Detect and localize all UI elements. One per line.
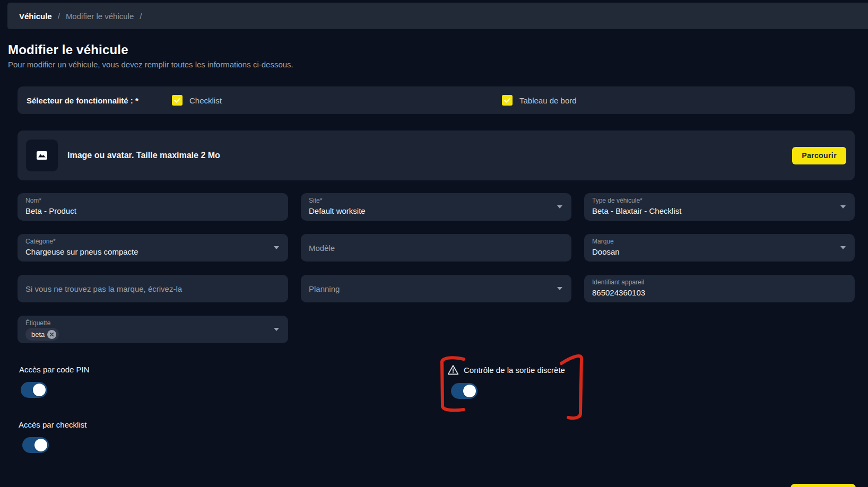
- breadcrumb: Véhicule / Modifier le véhicule /: [7, 3, 868, 29]
- checkbox-option-tableau-de-bord: Tableau de bord: [502, 95, 577, 106]
- checklist-access-label: Accès par checklist: [19, 420, 86, 429]
- etiquette-select[interactable]: Étiquette beta: [18, 316, 288, 343]
- nom-value: Beta - Product: [25, 206, 267, 215]
- breadcrumb-separator: /: [58, 12, 60, 21]
- page-title: Modifier le véhicule: [8, 42, 293, 57]
- planning-placeholder: Planning: [309, 284, 340, 293]
- categorie-label: Catégorie*: [25, 238, 267, 245]
- tableau-de-bord-checkbox[interactable]: [502, 95, 513, 106]
- planning-select[interactable]: Planning: [301, 275, 571, 302]
- modele-input[interactable]: Modèle: [301, 234, 571, 262]
- identifiant-appareil-value: 865024360103: [592, 288, 834, 297]
- chip-label: beta: [31, 331, 45, 338]
- marque-value: Doosan: [592, 247, 834, 256]
- marque-label: Marque: [592, 238, 834, 245]
- discrete-output-label: Contrôle de la sortie discrète: [464, 366, 565, 375]
- chevron-down-icon: [557, 205, 562, 208]
- site-value: Default worksite: [309, 206, 550, 215]
- page-subtitle: Pour modifier un véhicule, vous devez re…: [8, 60, 293, 69]
- chevron-down-icon: [557, 287, 562, 290]
- pin-access-label: Accès par code PIN: [19, 365, 90, 374]
- type-vehicule-select[interactable]: Type de véhicule* Beta - Blaxtair - Chec…: [584, 193, 855, 221]
- discrete-output-switch[interactable]: [451, 383, 478, 399]
- etiquette-label: Étiquette: [25, 320, 267, 327]
- chevron-down-icon: [274, 328, 279, 331]
- image-placeholder-thumb: [26, 140, 58, 171]
- etiquette-chip-beta: beta: [25, 328, 59, 341]
- modele-placeholder: Modèle: [309, 243, 335, 253]
- checkbox-option-checklist: Checklist: [172, 95, 222, 106]
- nom-label: Nom*: [25, 197, 267, 204]
- tableau-de-bord-checkbox-label: Tableau de bord: [519, 96, 577, 105]
- breadcrumb-item-vehicule[interactable]: Véhicule: [19, 12, 52, 21]
- page-header: Modifier le véhicule Pour modifier un vé…: [8, 42, 293, 69]
- marque-libre-placeholder: Si vous ne trouvez pas la marque, écrive…: [25, 284, 182, 293]
- identifiant-appareil-field[interactable]: Identifiant appareil 865024360103: [584, 275, 855, 302]
- site-label: Site*: [309, 197, 550, 204]
- chevron-down-icon: [840, 246, 846, 249]
- categorie-select[interactable]: Catégorie* Chargeuse sur pneus compacte: [18, 234, 288, 262]
- type-vehicule-value: Beta - Blaxtair - Checklist: [592, 206, 834, 215]
- nom-field[interactable]: Nom* Beta - Product: [18, 193, 288, 221]
- chevron-down-icon: [840, 205, 846, 208]
- pin-access-switch[interactable]: [21, 382, 47, 398]
- checklist-checkbox-label: Checklist: [189, 96, 222, 105]
- feature-selector-label: Sélecteur de fonctionnalité : *: [27, 96, 138, 105]
- image-upload-description: Image ou avatar. Taille maximale 2 Mo: [67, 151, 220, 160]
- checklist-access-toggle-group: Accès par checklist: [19, 420, 86, 453]
- checklist-access-switch[interactable]: [22, 437, 49, 453]
- browse-button[interactable]: Parcourir: [792, 147, 846, 164]
- chevron-down-icon: [274, 246, 279, 249]
- type-vehicule-label: Type de véhicule*: [592, 197, 834, 204]
- image-upload-card: Image ou avatar. Taille maximale 2 Mo Pa…: [18, 131, 855, 180]
- checkbox-check-icon: [504, 97, 511, 104]
- marque-select[interactable]: Marque Doosan: [584, 234, 855, 262]
- image-icon: [35, 149, 49, 162]
- identifiant-appareil-label: Identifiant appareil: [592, 279, 834, 286]
- categorie-value: Chargeuse sur pneus compacte: [25, 247, 267, 256]
- switch-thumb: [33, 384, 46, 396]
- breadcrumb-separator: /: [140, 12, 142, 21]
- checkbox-check-icon: [173, 97, 181, 104]
- marque-libre-input[interactable]: Si vous ne trouvez pas la marque, écrive…: [18, 275, 288, 302]
- checklist-checkbox[interactable]: [172, 95, 183, 106]
- pin-access-toggle-group: Accès par code PIN: [19, 365, 90, 398]
- switch-thumb: [34, 439, 47, 451]
- breadcrumb-item-modifier[interactable]: Modifier le véhicule: [66, 12, 134, 21]
- vehicle-form: Nom* Beta - Product Site* Default worksi…: [18, 193, 855, 343]
- chip-remove-icon[interactable]: [47, 330, 56, 339]
- site-select[interactable]: Site* Default worksite: [301, 193, 571, 221]
- warning-icon: [447, 364, 459, 376]
- bottom-action-button[interactable]: [791, 484, 856, 487]
- feature-selector-card: Sélecteur de fonctionnalité : * Checklis…: [18, 86, 855, 114]
- discrete-output-toggle-group: Contrôle de la sortie discrète: [447, 364, 565, 399]
- switch-thumb: [463, 385, 476, 397]
